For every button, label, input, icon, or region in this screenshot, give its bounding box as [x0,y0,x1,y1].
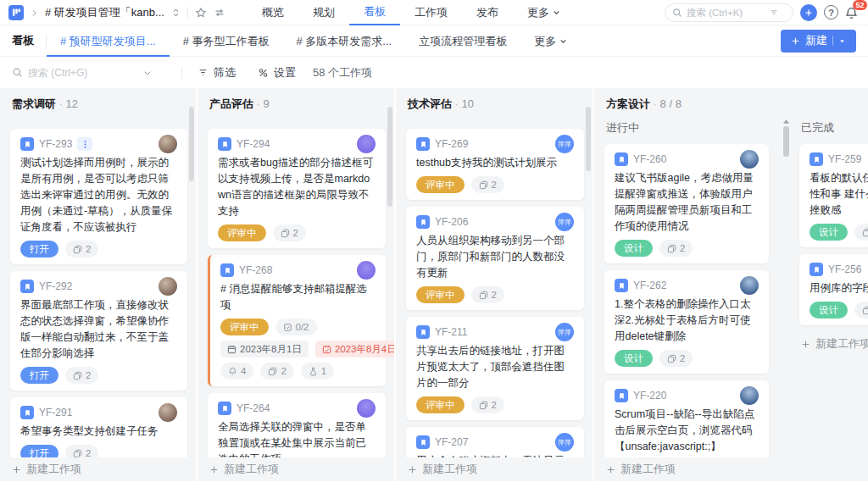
board-search-input[interactable] [28,67,138,79]
copies-badge[interactable]: 2 [273,224,306,241]
add-work-item-button[interactable]: 新建工作项 [396,457,593,481]
card-id[interactable]: YF-269 [435,138,468,150]
avatar[interactable]: 萍萍 [555,433,574,452]
card-title[interactable]: 用户个人账户资料中，无法显示部门、职位 [416,453,574,457]
copies-badge[interactable]: 2 [65,367,98,384]
copies-badge[interactable]: 2 [659,350,693,367]
card-title[interactable]: 人员从组织架构移动到另一个部门，原部门和新部门的人数都没有更新 [416,233,574,281]
avatar[interactable] [357,261,376,280]
board-tab-approval-flow[interactable]: 立项流程管理看板 [405,25,520,57]
card-id[interactable]: YF-206 [435,216,468,228]
kanban-card[interactable]: YF-220 Scrum项目--缺陷--导出缺陷点击后展示空白页，浏览器代码【u… [604,380,769,457]
card-id[interactable]: YF-292 [39,280,72,292]
filter-button[interactable]: 筛选 [191,65,242,80]
swap-views-icon[interactable] [214,8,225,18]
notifications-bell[interactable]: 52 [845,5,858,20]
status-pill[interactable]: 评审中 [218,224,266,241]
card-id[interactable]: YF-259 [828,153,861,165]
favorite-star-icon[interactable] [195,7,207,19]
card-title[interactable]: Scrum项目--缺陷--导出缺陷点击后展示空白页，浏览器代码【unsafe:j… [615,407,759,455]
kanban-card[interactable]: YF-262 1.整个表格的删除操作入口太深2.光标处于表格后方时可使用dele… [604,270,769,374]
copies-badge[interactable]: 2 [854,224,868,241]
status-pill[interactable]: 设计 [810,224,848,241]
project-title[interactable]: # 研发项目管理「kanb... [45,5,164,20]
status-pill[interactable]: 设计 [810,302,848,319]
card-id[interactable]: YF-264 [236,402,270,414]
checklist-badge[interactable]: 0/2 [275,319,317,335]
alerts-badge[interactable]: 4 [220,363,253,380]
status-pill[interactable]: 打开 [20,241,58,258]
card-title[interactable]: 建议飞书版agile，考虑做用量提醒弹窗或推送，体验版用户隔两周提醒管理员新项目… [615,170,759,235]
copies-badge[interactable]: 2 [65,241,98,258]
card-title[interactable]: 希望事务类型支持创建子任务 [20,424,177,440]
kanban-card[interactable]: YF-294 需求或者bug描述的部分描述框可以支持视频上传，是否是markdo… [208,129,386,248]
card-title[interactable]: 共享出去后的链接地址，打开图片预览太大了，顶部会遮挡住图片的一部分 [416,343,574,391]
card-id[interactable]: YF-291 [39,407,72,418]
avatar[interactable]: 萍萍 [555,213,574,231]
add-work-item-button[interactable]: 新建工作项 [789,332,868,356]
scroll-up-icon[interactable] [782,119,790,125]
card-title[interactable]: 1.整个表格的删除操作入口太深2.光标处于表格后方时可使用delete键删除 [615,296,759,345]
card-title[interactable]: 全局选择关联的弹窗中，是否单独置顶或在某处集中展示当前已选中的工作项 [218,419,376,457]
avatar[interactable] [740,150,759,169]
card-title[interactable]: 看板的默认任务类 示史诗、特性和事 建什么，可以让用 时的挫败感 [810,170,868,219]
due-date-badge[interactable]: 2023年8月4日 [315,341,394,357]
kanban-card[interactable]: YF-269 萍萍 testhub支持我的测试计划展示 评审中 2 [406,129,584,200]
card-title[interactable]: 需求或者bug描述的部分描述框可以支持视频上传，是否是markdown语言的描述… [218,155,376,219]
nav-tab-release[interactable]: 发布 [462,0,513,25]
status-pill[interactable]: 设计 [615,240,653,257]
scrollbar-thumb[interactable] [783,126,789,157]
kanban-card[interactable]: YF-260 建议飞书版agile，考虑做用量提醒弹窗或推送，体验版用户隔两周提… [604,144,769,263]
board-search[interactable] [12,67,173,79]
copies-badge[interactable]: 2 [471,176,504,193]
project-switcher-icon[interactable] [171,8,181,18]
start-date-badge[interactable]: 2023年8月1日 [220,341,309,357]
card-title[interactable]: 用例库的字段类型 [810,280,868,296]
card-id[interactable]: YF-262 [633,280,666,291]
card-title[interactable]: # 消息提醒能够支持邮箱提醒选项 [220,281,376,313]
nav-tab-kanban[interactable]: 看板 [349,0,400,25]
card-id[interactable]: YF-293 [39,138,72,150]
card-more-icon[interactable] [77,137,92,151]
status-pill[interactable]: 打开 [20,367,58,384]
column-header[interactable]: 方案设计8 / 8 [594,88,868,114]
card-id[interactable]: YF-207 [435,436,468,448]
global-search-input[interactable] [687,8,765,18]
card-id[interactable]: YF-260 [633,153,666,165]
board-tab-more[interactable]: 更多 [520,25,581,57]
copies-badge[interactable]: 2 [854,302,868,319]
avatar[interactable] [159,277,177,296]
copies-badge[interactable]: 2 [471,396,504,413]
help-icon[interactable]: ? [824,5,838,19]
column-scrollbar[interactable] [387,107,392,207]
kanban-card[interactable]: YF-211 萍萍 共享出去后的链接地址，打开图片预览太大了，顶部会遮挡住图片的… [406,317,584,420]
avatar[interactable] [159,403,177,422]
kanban-card[interactable]: YF-206 萍萍 人员从组织架构移动到另一个部门，原部门和新部门的人数都没有更… [406,207,584,310]
copies-badge[interactable]: 2 [65,445,98,457]
add-work-item-button[interactable]: 新建工作项 [594,457,777,481]
status-pill[interactable]: 评审中 [220,319,269,335]
column-header[interactable]: 需求调研12 [0,88,196,114]
kanban-card[interactable]: YF-291 希望事务类型支持创建子任务 打开 2 [10,397,187,457]
add-work-item-button[interactable]: 新建工作项 [198,457,394,481]
search-filter-icon[interactable] [769,8,779,17]
kanban-card[interactable]: YF-259 看板的默认任务类 示史诗、特性和事 建什么，可以让用 时的挫败感 … [799,144,868,247]
kanban-card[interactable]: YF-292 界面最底部工作项，直接修改状态的状态选择弹窗，希望像协作版一样能自… [10,271,187,391]
avatar[interactable] [159,135,177,153]
column-scrollbar[interactable] [189,107,194,181]
app-logo-icon[interactable] [8,5,24,20]
column-header[interactable]: 产品评估9 [198,88,394,114]
avatar[interactable]: 萍萍 [555,323,574,341]
lane-scrollbar[interactable] [782,119,790,157]
avatar[interactable] [740,276,759,295]
card-id[interactable]: YF-220 [633,390,666,402]
test-case-badge[interactable]: 1 [301,363,334,380]
kanban-card[interactable]: YF-268 # 消息提醒能够支持邮箱提醒选项 评审中 0/2 2023年8月1… [208,255,386,386]
status-pill[interactable]: 评审中 [416,396,465,413]
chevron-down-icon[interactable] [143,69,152,77]
global-search[interactable] [665,3,793,22]
avatar[interactable] [740,386,759,405]
nav-tab-overview[interactable]: 概览 [248,0,298,25]
card-id[interactable]: YF-268 [239,264,272,276]
avatar[interactable] [357,135,376,153]
